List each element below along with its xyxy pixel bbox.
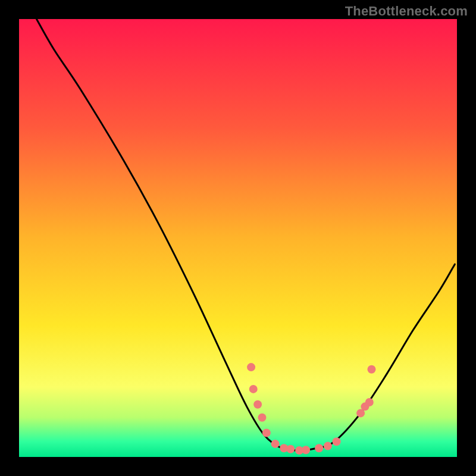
curve-marker — [249, 385, 258, 393]
chart-frame: TheBottleneck.com — [0, 0, 476, 476]
curve-marker — [324, 442, 332, 450]
curve-marker — [302, 446, 310, 454]
curve-marker — [365, 398, 374, 406]
curve-marker — [333, 437, 341, 446]
curve-marker — [315, 444, 323, 452]
curve-marker — [253, 400, 262, 409]
curve-marker — [271, 440, 280, 448]
curve-marker — [262, 429, 271, 437]
curve-marker — [367, 365, 375, 374]
curve-marker — [258, 414, 266, 422]
watermark-text: TheBottleneck.com — [345, 4, 468, 19]
plot-area — [19, 19, 457, 457]
gradient-background — [19, 19, 457, 457]
curve-marker — [286, 445, 295, 453]
curve-marker — [247, 363, 255, 371]
bottleneck-chart — [0, 0, 476, 476]
